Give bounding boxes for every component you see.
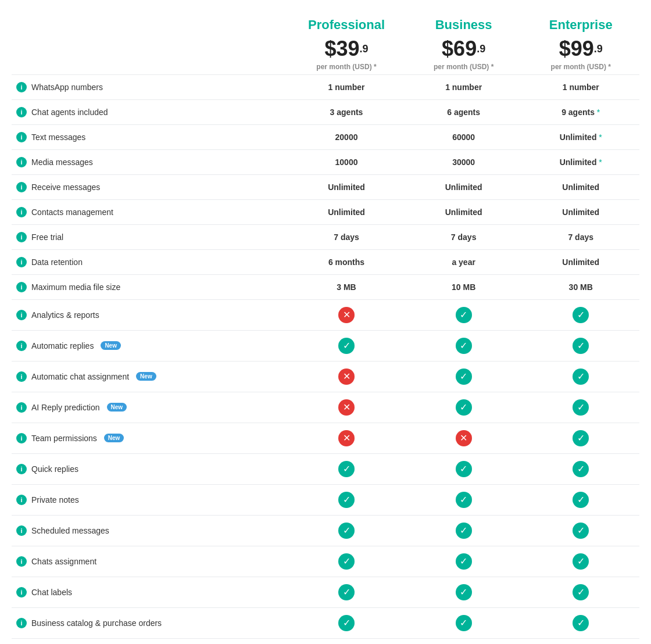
plan-name-professional: Professional <box>297 17 396 33</box>
feature-value: Unlimited <box>562 183 599 192</box>
feature-value: 20000 <box>335 133 358 142</box>
check-icon: ✓ <box>338 615 355 631</box>
feature-value-cell: ✕ <box>288 361 405 392</box>
feature-row: iAPI + Webhooks✓✓✓ <box>12 638 639 644</box>
feature-value-cell: ✓ <box>288 607 405 638</box>
info-icon[interactable]: i <box>16 433 27 443</box>
info-icon[interactable]: i <box>16 371 27 382</box>
feature-value-cell: ✓ <box>522 515 639 546</box>
feature-name-cell: iReceive messages <box>12 174 288 199</box>
feature-value-cell: ✓ <box>405 330 523 361</box>
feature-row: iMedia messages1000030000Unlimited * <box>12 149 639 174</box>
feature-name-cell: iData retention <box>12 249 288 274</box>
feature-value: 3 agents <box>330 108 363 117</box>
feature-value-cell: 6 months <box>288 249 405 274</box>
feature-row: iQuick replies✓✓✓ <box>12 453 639 484</box>
feature-label: Private notes <box>31 495 79 505</box>
check-icon: ✓ <box>456 492 472 508</box>
info-icon[interactable]: i <box>16 107 27 117</box>
feature-row: iTeam permissionsNew✕✕✓ <box>12 423 639 453</box>
check-icon: ✓ <box>338 461 355 477</box>
plan-sub-business: per month (USD) * <box>414 63 513 71</box>
feature-name-cell: iAutomatic repliesNew <box>12 330 288 361</box>
info-icon[interactable]: i <box>16 132 27 142</box>
check-icon: ✓ <box>456 523 472 539</box>
check-icon: ✓ <box>338 553 355 570</box>
info-icon[interactable]: i <box>16 525 27 536</box>
feature-row: iAnalytics & reports✕✓✓ <box>12 299 639 330</box>
feature-label: WhatsApp numbers <box>31 83 103 92</box>
feature-row: iAutomatic chat assignmentNew✕✓✓ <box>12 361 639 392</box>
info-icon[interactable]: i <box>16 587 27 598</box>
info-icon[interactable]: i <box>16 556 27 567</box>
check-icon: ✓ <box>573 523 589 539</box>
new-badge: New <box>104 434 124 442</box>
plan-sub-enterprise: per month (USD) * <box>531 63 630 71</box>
feature-name-cell: iFree trial <box>12 224 288 249</box>
feature-value-cell: ✕ <box>288 299 405 330</box>
feature-name-cell: iChat labels <box>12 577 288 607</box>
pricing-table: Professional $39.9 per month (USD) * Bus… <box>12 12 639 644</box>
feature-name-cell: iQuick replies <box>12 453 288 484</box>
feature-value-cell: ✓ <box>288 546 405 577</box>
feature-value-cell: 7 days <box>405 224 523 249</box>
info-icon[interactable]: i <box>16 82 27 92</box>
feature-label: AI Reply prediction <box>31 403 100 412</box>
feature-value-cell: 3 MB <box>288 274 405 299</box>
info-icon[interactable]: i <box>16 282 27 292</box>
feature-value-cell: ✓ <box>522 484 639 515</box>
feature-row: iText messages2000060000Unlimited * <box>12 124 639 149</box>
feature-value-cell: 20000 <box>288 124 405 149</box>
feature-value-cell: 1 number <box>288 74 405 99</box>
feature-value: Unlimited <box>328 183 365 192</box>
info-icon[interactable]: i <box>16 157 27 167</box>
info-icon[interactable]: i <box>16 232 27 242</box>
info-icon[interactable]: i <box>16 182 27 192</box>
feature-label: Maximum media file size <box>31 282 120 292</box>
info-icon[interactable]: i <box>16 257 27 267</box>
check-icon: ✓ <box>573 461 589 477</box>
feature-value-cell: 9 agents * <box>522 99 639 124</box>
plan-name-business: Business <box>414 17 513 33</box>
feature-label: Free trial <box>31 232 63 242</box>
feature-value-cell: 6 agents <box>405 99 523 124</box>
feature-row: iAI Reply predictionNew✕✓✓ <box>12 392 639 423</box>
feature-value-cell: 30 MB <box>522 274 639 299</box>
feature-value: Unlimited <box>560 133 599 142</box>
feature-label: Automatic chat assignment <box>31 372 129 381</box>
feature-value-cell: 10 MB <box>405 274 523 299</box>
plan-sub-professional: per month (USD) * <box>297 63 396 71</box>
feature-value-cell: ✓ <box>405 607 523 638</box>
feature-value-cell: ✓ <box>522 607 639 638</box>
check-icon: ✓ <box>456 338 472 354</box>
feature-value-cell: ✓ <box>522 423 639 453</box>
info-icon[interactable]: i <box>16 464 27 474</box>
feature-value-cell: 60000 <box>405 124 523 149</box>
info-icon[interactable]: i <box>16 495 27 505</box>
feature-value-cell: ✓ <box>405 638 523 644</box>
feature-value-cell: ✓ <box>288 484 405 515</box>
info-icon[interactable]: i <box>16 341 27 351</box>
info-icon[interactable]: i <box>16 618 27 628</box>
cross-icon: ✕ <box>338 368 355 385</box>
feature-label: Scheduled messages <box>31 526 109 535</box>
feature-value-cell: Unlimited <box>405 199 523 224</box>
new-badge: New <box>136 372 156 381</box>
feature-label: Team permissions <box>31 434 97 443</box>
feature-value-cell: ✓ <box>522 392 639 423</box>
plan-header-enterprise: Enterprise $99.9 per month (USD) * <box>522 12 639 74</box>
feature-label: Data retention <box>31 257 83 267</box>
check-icon: ✓ <box>456 461 472 477</box>
info-icon[interactable]: i <box>16 310 27 320</box>
check-icon: ✓ <box>456 553 472 570</box>
feature-row: iAutomatic repliesNew✓✓✓ <box>12 330 639 361</box>
check-icon: ✓ <box>338 338 355 354</box>
feature-name-cell: iTeam permissionsNew <box>12 423 288 453</box>
feature-value-cell: ✓ <box>522 546 639 577</box>
info-icon[interactable]: i <box>16 207 27 217</box>
check-icon: ✓ <box>338 492 355 508</box>
check-icon: ✓ <box>573 492 589 508</box>
feature-value: 1 number <box>328 83 365 92</box>
cross-icon: ✕ <box>338 307 355 323</box>
info-icon[interactable]: i <box>16 402 27 413</box>
